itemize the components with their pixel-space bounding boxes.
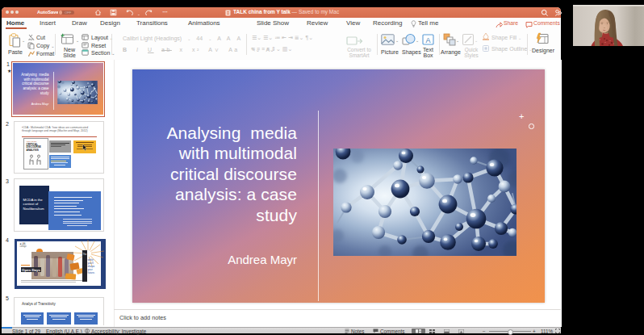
svg-text:A: A (425, 36, 430, 44)
